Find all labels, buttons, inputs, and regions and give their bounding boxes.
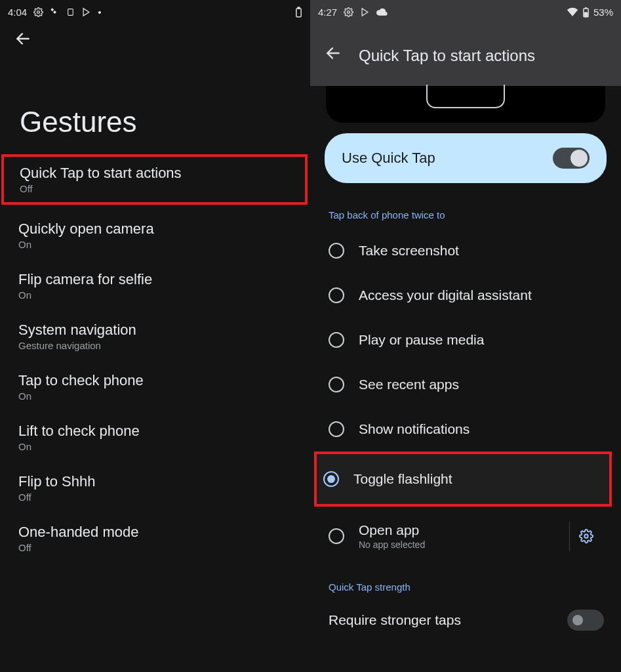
radio-label: Access your digital assistant: [359, 287, 532, 303]
svg-point-5: [348, 10, 350, 13]
gestures-screen: 4:04 • Gestures Quick Tap: [0, 0, 310, 672]
radio-option[interactable]: Access your digital assistant: [322, 273, 609, 318]
list-item[interactable]: Tap to check phoneOn: [0, 362, 310, 412]
quick-tap-options: Take screenshotAccess your digital assis…: [322, 228, 609, 566]
gestures-list: Quick Tap to start actionsOffQuickly ope…: [0, 154, 310, 564]
radio-option[interactable]: Take screenshot: [322, 228, 609, 273]
radio-option[interactable]: Play or pause media: [322, 318, 609, 362]
svg-rect-2: [296, 9, 301, 17]
radio-sub: No app selected: [359, 539, 425, 550]
status-time: 4:27: [318, 7, 337, 18]
svg-rect-1: [68, 9, 73, 15]
radio-option[interactable]: See recent apps: [322, 362, 609, 407]
list-item-sub: On: [18, 390, 292, 402]
radio-option[interactable]: Show notifications: [322, 407, 609, 452]
list-item-title: Quick Tap to start actions: [20, 165, 289, 182]
page-title: Quick Tap to start actions: [359, 47, 535, 65]
status-bar-right: 4:27 53%: [310, 0, 621, 24]
strength-label: Require stronger taps: [329, 612, 461, 628]
battery-text: 53%: [593, 7, 613, 18]
sdcard-icon: [66, 7, 75, 17]
gear-icon: [33, 7, 43, 17]
list-item-title: System navigation: [18, 322, 292, 339]
status-time: 4:04: [8, 7, 27, 18]
appbar-right: Quick Tap to start actions: [310, 24, 621, 86]
radio-button[interactable]: [323, 471, 339, 487]
list-item[interactable]: Flip to ShhhOff: [0, 463, 310, 513]
radio-button[interactable]: [329, 377, 344, 392]
back-button[interactable]: [14, 30, 31, 52]
radio-button[interactable]: [329, 528, 344, 544]
list-item-title: Flip to Shhh: [18, 473, 292, 490]
svg-rect-3: [298, 7, 300, 9]
list-item[interactable]: System navigationGesture navigation: [0, 311, 310, 362]
radio-label: Toggle flashlight: [353, 471, 452, 487]
wifi-icon: [567, 7, 578, 16]
list-item-sub: On: [18, 289, 292, 301]
list-item-title: Quickly open camera: [18, 220, 292, 238]
list-item-title: Tap to check phone: [18, 372, 292, 389]
list-item-title: Lift to check phone: [18, 423, 292, 440]
radio-option[interactable]: Toggle flashlight: [314, 452, 612, 507]
radio-option[interactable]: Open appNo app selected: [322, 507, 609, 566]
list-item-title: One-handed mode: [18, 524, 292, 541]
radio-button[interactable]: [329, 287, 344, 303]
battery-icon: [295, 7, 302, 18]
svg-rect-7: [584, 12, 588, 16]
status-bar-left: 4:04 •: [0, 0, 310, 24]
use-quick-tap-toggle[interactable]: [553, 148, 590, 169]
radio-label: See recent apps: [359, 377, 459, 392]
cloud-icon: [376, 8, 388, 16]
list-item[interactable]: Quickly open cameraOn: [0, 210, 310, 261]
battery-icon: [582, 7, 590, 18]
list-item-sub: On: [18, 239, 292, 250]
phone-preview: [326, 86, 605, 123]
radio-button[interactable]: [329, 332, 344, 348]
radio-label: Show notifications: [359, 421, 470, 437]
section-label: Tap back of phone twice to: [322, 194, 609, 228]
strength-header: Quick Tap strength: [322, 566, 609, 600]
radio-button[interactable]: [329, 421, 344, 437]
list-item-title: Flip camera for selfie: [18, 271, 292, 288]
svg-point-10: [584, 534, 588, 538]
list-item[interactable]: Quick Tap to start actionsOff: [1, 154, 308, 205]
require-stronger-taps-row[interactable]: Require stronger taps: [322, 600, 609, 631]
play-icon: [81, 7, 91, 17]
play-icon: [360, 7, 370, 17]
list-item-sub: On: [18, 441, 292, 452]
svg-point-0: [37, 10, 40, 13]
appbar-left: Gestures: [0, 24, 310, 138]
list-item-sub: Off: [18, 542, 292, 553]
svg-rect-8: [585, 7, 587, 9]
stronger-taps-toggle[interactable]: [567, 610, 604, 631]
list-item[interactable]: One-handed modeOff: [0, 513, 310, 564]
list-item-sub: Off: [18, 492, 292, 503]
radio-button[interactable]: [329, 243, 344, 259]
dot-icon: •: [98, 7, 101, 18]
list-item-sub: Gesture navigation: [18, 340, 292, 351]
radio-label: Take screenshot: [359, 243, 459, 259]
list-item[interactable]: Lift to check phoneOn: [0, 412, 310, 463]
back-button[interactable]: [325, 45, 342, 66]
page-title: Gestures: [20, 106, 296, 138]
link-icon: [50, 7, 60, 17]
open-app-settings-button[interactable]: [569, 521, 603, 551]
phone-outline-icon: [426, 85, 505, 108]
quicktap-screen: 4:27 53% Quick Tap to: [310, 0, 621, 672]
card-label: Use Quick Tap: [342, 150, 435, 167]
gear-icon: [344, 7, 353, 17]
use-quick-tap-card[interactable]: Use Quick Tap: [325, 133, 607, 183]
radio-label: Open app: [359, 522, 425, 538]
radio-label: Play or pause media: [359, 332, 484, 348]
list-item[interactable]: Flip camera for selfieOn: [0, 261, 310, 311]
list-item-sub: Off: [20, 183, 289, 194]
